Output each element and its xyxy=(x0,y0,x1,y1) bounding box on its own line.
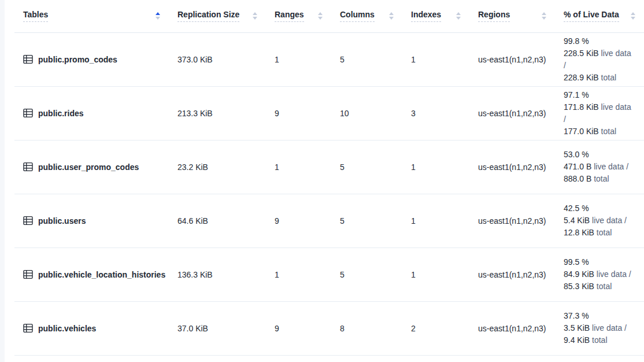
table-name-label[interactable]: public.vehicles xyxy=(38,324,96,333)
table-row[interactable]: public.users 64.6 KiB 9 5 1 us-east1(n1,… xyxy=(14,194,644,248)
cell-ranges: 9 xyxy=(266,301,331,355)
cell-regions: us-east1(n1,n2,n3) xyxy=(469,140,555,194)
sort-arrows-icon[interactable] xyxy=(631,12,635,20)
sort-arrows-icon[interactable] xyxy=(253,12,257,20)
cell-ranges: 1 xyxy=(266,140,331,194)
column-header-replication-size-label[interactable]: Replication Size xyxy=(177,10,239,22)
cell-live-data: 97.1 % 171.8 KiB live data / 177.0 KiB t… xyxy=(555,86,644,140)
live-data-percent: 42.5 % xyxy=(564,202,635,215)
cell-table-name[interactable]: public.vehicle_location_histories xyxy=(14,248,169,301)
cell-live-data: 42.5 % 5.4 KiB live data / 12.8 KiB tota… xyxy=(555,194,644,248)
cell-replication-size: 64.6 KiB xyxy=(169,194,266,248)
cell-ranges: 1 xyxy=(266,32,331,86)
cell-columns: 5 xyxy=(331,248,402,301)
total-data-amount: 888.0 B total xyxy=(564,173,635,185)
column-header-columns-label[interactable]: Columns xyxy=(340,10,375,22)
column-header-columns[interactable]: Columns xyxy=(331,0,402,32)
column-header-regions[interactable]: Regions xyxy=(469,0,555,32)
live-data-amount: 5.4 KiB live data / xyxy=(564,215,635,227)
cell-replication-size: 23.2 KiB xyxy=(169,140,266,194)
tables-list: Tables Replication Size Ranges Columns xyxy=(14,0,644,356)
cell-table-name[interactable]: public.users xyxy=(14,194,169,248)
total-data-amount: 228.9 KiB total xyxy=(564,72,635,84)
cell-replication-size: 136.3 KiB xyxy=(169,248,266,301)
cell-indexes: 1 xyxy=(402,32,469,86)
cell-columns: 10 xyxy=(331,86,402,140)
table-name-label[interactable]: public.users xyxy=(38,216,86,226)
live-data-amount: 471.0 B live data / xyxy=(564,161,635,173)
cell-indexes: 3 xyxy=(402,86,469,140)
cell-table-name[interactable]: public.vehicles xyxy=(14,301,169,355)
cell-replication-size: 213.3 KiB xyxy=(169,86,266,140)
column-header-ranges[interactable]: Ranges xyxy=(266,0,331,32)
table-icon xyxy=(23,216,33,226)
cell-regions: us-east1(n1,n2,n3) xyxy=(469,248,555,301)
cell-live-data: 53.0 % 471.0 B live data / 888.0 B total xyxy=(555,140,644,194)
cell-live-data: 37.3 % 3.5 KiB live data / 9.4 KiB total xyxy=(555,301,644,355)
cell-regions: us-east1(n1,n2,n3) xyxy=(469,32,555,86)
cell-indexes: 1 xyxy=(402,248,469,301)
cell-replication-size: 373.0 KiB xyxy=(169,32,266,86)
live-data-percent: 53.0 % xyxy=(564,149,635,161)
column-header-regions-label[interactable]: Regions xyxy=(478,10,510,22)
cell-live-data: 99.8 % 228.5 KiB live data / 228.9 KiB t… xyxy=(555,32,644,86)
column-header-tables-label[interactable]: Tables xyxy=(23,10,48,22)
cell-indexes: 1 xyxy=(402,140,469,194)
table-name-label[interactable]: public.user_promo_codes xyxy=(38,162,139,172)
sort-arrows-icon[interactable] xyxy=(456,12,461,20)
table-row[interactable]: public.vehicle_location_histories 136.3 … xyxy=(14,248,644,301)
cell-columns: 8 xyxy=(331,301,402,355)
table-icon xyxy=(23,323,33,333)
live-data-percent: 99.8 % xyxy=(564,35,635,47)
column-header-replication-size[interactable]: Replication Size xyxy=(169,0,266,32)
cell-columns: 5 xyxy=(331,194,402,248)
live-data-amount: 228.5 KiB live data / xyxy=(564,47,635,72)
page-background-strip xyxy=(0,0,5,362)
table-row[interactable]: public.vehicles 37.0 KiB 9 8 2 us-east1(… xyxy=(14,301,644,355)
cell-ranges: 1 xyxy=(266,248,331,301)
table-row[interactable]: public.rides 213.3 KiB 9 10 3 us-east1(n… xyxy=(14,86,644,140)
sort-arrows-icon[interactable] xyxy=(156,12,160,20)
column-header-ranges-label[interactable]: Ranges xyxy=(275,10,304,22)
table-name-label[interactable]: public.rides xyxy=(38,109,84,118)
table-icon xyxy=(23,54,33,64)
cell-ranges: 9 xyxy=(266,194,331,248)
cell-columns: 5 xyxy=(331,32,402,86)
sort-arrows-icon[interactable] xyxy=(389,12,394,20)
column-header-indexes-label[interactable]: Indexes xyxy=(411,10,441,22)
live-data-amount: 171.8 KiB live data / xyxy=(564,101,635,125)
column-header-live-data[interactable]: % of Live Data xyxy=(555,0,644,32)
table-icon xyxy=(23,162,33,172)
live-data-percent: 37.3 % xyxy=(564,310,635,322)
cell-indexes: 1 xyxy=(402,194,469,248)
table-name-label[interactable]: public.promo_codes xyxy=(38,55,117,64)
table-row[interactable]: public.promo_codes 373.0 KiB 1 5 1 us-ea… xyxy=(14,32,644,86)
column-header-tables[interactable]: Tables xyxy=(14,0,169,32)
cell-ranges: 9 xyxy=(266,86,331,140)
cell-live-data: 99.5 % 84.9 KiB live data / 85.3 KiB tot… xyxy=(555,248,644,301)
sort-arrows-icon[interactable] xyxy=(542,12,546,20)
total-data-amount: 177.0 KiB total xyxy=(564,125,635,138)
cell-indexes: 2 xyxy=(402,301,469,355)
tables-table: Tables Replication Size Ranges Columns xyxy=(14,0,644,356)
column-header-indexes[interactable]: Indexes xyxy=(402,0,469,32)
table-icon xyxy=(23,108,33,118)
table-name-label[interactable]: public.vehicle_location_histories xyxy=(38,270,165,279)
cell-table-name[interactable]: public.rides xyxy=(14,86,169,140)
cell-table-name[interactable]: public.promo_codes xyxy=(14,32,169,86)
live-data-percent: 97.1 % xyxy=(564,89,635,101)
total-data-amount: 12.8 KiB total xyxy=(564,227,635,239)
live-data-amount: 84.9 KiB live data / xyxy=(564,268,635,280)
column-header-live-data-label[interactable]: % of Live Data xyxy=(564,10,619,22)
table-header-row: Tables Replication Size Ranges Columns xyxy=(14,0,644,32)
live-data-percent: 99.5 % xyxy=(564,256,635,268)
total-data-amount: 9.4 KiB total xyxy=(564,334,635,346)
table-row[interactable]: public.user_promo_codes 23.2 KiB 1 5 1 u… xyxy=(14,140,644,194)
sort-arrows-icon[interactable] xyxy=(318,12,323,20)
cell-regions: us-east1(n1,n2,n3) xyxy=(469,194,555,248)
cell-table-name[interactable]: public.user_promo_codes xyxy=(14,140,169,194)
cell-regions: us-east1(n1,n2,n3) xyxy=(469,86,555,140)
cell-regions: us-east1(n1,n2,n3) xyxy=(469,301,555,355)
cell-columns: 5 xyxy=(331,140,402,194)
live-data-amount: 3.5 KiB live data / xyxy=(564,322,635,334)
